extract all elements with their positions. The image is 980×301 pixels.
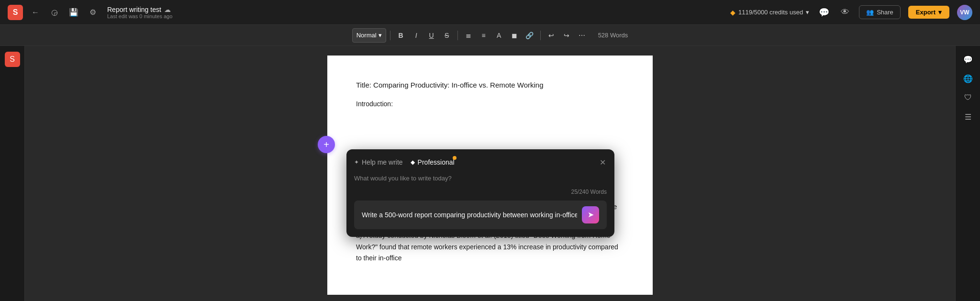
chevron-down-icon: ▾ — [806, 9, 809, 16]
preview-button[interactable]: 👁 — [839, 5, 851, 19]
cloud-icon: ☁ — [164, 6, 171, 13]
export-button[interactable]: Export ▾ — [908, 6, 949, 19]
save-button[interactable]: 💾 — [67, 6, 80, 19]
popup-word-count: 25/240 Words — [354, 188, 607, 197]
word-count: 528 Words — [598, 32, 628, 39]
document-title-text: Title: Comparing Productivity: In-office… — [356, 79, 624, 91]
strikethrough-button[interactable]: S — [440, 29, 454, 42]
toolbar-separator-1 — [390, 31, 390, 40]
toolbar-separator-3 — [540, 31, 541, 40]
bullet-list-button[interactable]: ≣ — [462, 29, 475, 42]
title-area: Report writing test ☁ Last edit was 0 mi… — [107, 6, 172, 19]
share-button[interactable]: 👥 Share — [859, 5, 901, 19]
popup-close-button[interactable]: ✕ — [599, 157, 607, 168]
comment-button[interactable]: 💬 — [817, 5, 831, 20]
avatar[interactable]: VW — [957, 5, 972, 20]
right-sidebar-icon-globe[interactable]: 🌐 — [960, 71, 976, 86]
help-me-write-tab[interactable]: ✦ Help me write — [354, 157, 403, 167]
text-color-button[interactable]: A — [492, 29, 506, 42]
underline-button[interactable]: U — [425, 29, 438, 42]
popup-text-input[interactable] — [362, 211, 577, 219]
popup-tabs: ✦ Help me write ◆ Professional — [354, 157, 455, 167]
toolbar: Normal ▾ B I U S ≣ ≡ A ◼ 🔗 ↩ ↪ ⋯ 528 Wor… — [0, 25, 980, 46]
right-sidebar: 💬 🌐 🛡 ☰ — [955, 46, 980, 301]
dropdown-icon: ▾ — [379, 32, 382, 39]
chevron-down-icon: ▾ — [938, 9, 942, 16]
main-area: S + Title: Comparing Productivity: In-of… — [0, 46, 980, 301]
last-edit-subtitle: Last edit was 0 minutes ago — [107, 13, 172, 19]
back-button[interactable]: ← — [29, 6, 42, 19]
right-sidebar-icon-chat[interactable]: 💬 — [960, 52, 976, 67]
intro-label: Introduction: — [356, 99, 624, 109]
align-button[interactable]: ≡ — [477, 29, 490, 42]
popup-header: ✦ Help me write ◆ Professional ✕ — [354, 157, 607, 168]
bold-button[interactable]: B — [394, 29, 408, 42]
pro-dot — [453, 156, 457, 160]
toolbar-separator-2 — [457, 31, 458, 40]
header-right: ◆ 1119/5000 credits used ▾ 💬 👁 👥 Share E… — [730, 5, 972, 20]
popup-send-button[interactable]: ➤ — [582, 206, 599, 223]
settings-button[interactable]: ⚙ — [86, 6, 100, 19]
popup-prompt-label: What would you like to write today? — [354, 174, 607, 184]
document-title: Report writing test ☁ — [107, 6, 172, 13]
popup-input-area[interactable]: ➤ — [354, 201, 607, 229]
left-sidebar: S — [0, 46, 25, 301]
history-button[interactable]: ◶ — [48, 6, 61, 19]
link-button[interactable]: 🔗 — [523, 29, 536, 42]
professional-tab[interactable]: ◆ Professional — [411, 157, 455, 167]
share-icon: 👥 — [866, 9, 874, 16]
right-sidebar-icon-shield[interactable]: 🛡 — [960, 90, 976, 105]
sidebar-icon-logo[interactable]: S — [5, 52, 20, 67]
send-icon: ➤ — [588, 210, 594, 219]
highlight-button[interactable]: ◼ — [508, 29, 521, 42]
right-sidebar-icon-layout[interactable]: ☰ — [960, 109, 976, 124]
credits-badge[interactable]: ◆ 1119/5000 credits used ▾ — [730, 9, 809, 16]
professional-badge: Professional — [418, 157, 455, 167]
document-page: + Title: Comparing Productivity: In-offi… — [327, 56, 653, 295]
redo-button[interactable]: ↪ — [560, 29, 573, 42]
diamond-icon: ◆ — [411, 158, 415, 167]
diamond-icon: ◆ — [730, 9, 735, 16]
app-logo[interactable]: S — [8, 5, 23, 20]
style-select[interactable]: Normal ▾ — [352, 28, 386, 43]
editor-container[interactable]: + Title: Comparing Productivity: In-offi… — [25, 46, 955, 301]
help-write-popup: ✦ Help me write ◆ Professional ✕ — [346, 149, 614, 237]
header: S ← ◶ 💾 ⚙ Report writing test ☁ Last edi… — [0, 0, 980, 25]
undo-button[interactable]: ↩ — [545, 29, 558, 42]
add-content-button[interactable]: + — [318, 136, 335, 153]
more-options-button[interactable]: ⋯ — [575, 29, 589, 42]
italic-button[interactable]: I — [410, 29, 423, 42]
sparkle-icon: ✦ — [354, 158, 359, 167]
